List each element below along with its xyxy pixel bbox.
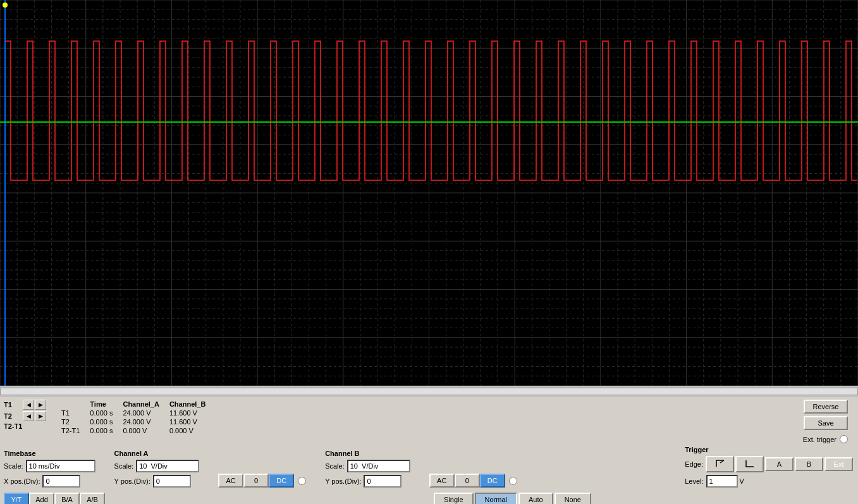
readout-t2-chb: 11.600 V [164,417,211,426]
channel-b-header: Channel B [325,450,407,457]
t2-row: T2 ◀ ▶ [4,411,47,421]
trigger-rising-btn[interactable] [706,456,734,472]
t2t1-row: T2-T1 [4,422,47,430]
col-chb: Channel_B [164,400,211,409]
channel-b-group: Channel B Scale: Y pos.(Div): [325,450,410,488]
ba-btn[interactable]: B/A [54,493,80,504]
cha-ac-btn[interactable]: AC [218,474,243,488]
trigger-group: Trigger Edge: A B Ext [685,446,854,488]
chb-ac-btn[interactable]: AC [429,474,455,488]
readout-t1-cha: 24.000 V [118,409,164,417]
readout-t2-cha: 24.000 V [118,417,164,426]
reverse-button[interactable]: Reverse [804,400,848,414]
col-cha: Channel_A [118,400,164,409]
channel-a-header: Channel A [114,450,196,457]
trigger-none-btn[interactable]: None [555,493,591,504]
cha-scale-input[interactable] [136,460,199,472]
readout-t1-label: T1 [56,409,85,417]
readout-t1-time: 0.000 s [85,409,118,417]
cha-scale-label: Scale: [114,462,134,470]
readout-t2-label: T2 [56,417,85,426]
cha-ypos-input[interactable] [153,475,191,488]
t1-left-btn[interactable]: ◀ [23,400,34,410]
timebase-scale-input[interactable] [26,460,95,472]
right-buttons: Reverse Save Ext. trigger [803,400,854,443]
trigger-chb-btn[interactable]: B [795,457,823,471]
chb-ypos-input[interactable] [364,475,401,488]
readout-table: Time Channel_A Channel_B T1 0.000 s 24.0… [56,400,211,435]
chb-ypos-label: Y pos.(Div): [325,477,361,485]
ext-trigger-row: Ext. trigger [803,435,848,443]
readout-t1-chb: 11.600 V [164,409,211,417]
chb-scale-row: Scale: [325,460,410,472]
trigger-auto-btn[interactable]: Auto [518,493,553,504]
col-time: Time [85,400,118,409]
scrollbar-area[interactable] [0,386,858,397]
readout-t2t1-time: 0.000 s [85,426,118,435]
save-button[interactable]: Save [804,416,848,430]
trigger-level-row: Level: V [685,475,854,488]
trigger-v-unit: V [740,477,744,485]
chb-coupling-group: AC 0 DC [429,474,517,488]
chb-scale-label: Scale: [325,462,345,470]
oscilloscope-display [0,0,858,386]
ab-btn[interactable]: A/B [80,493,105,504]
trigger-edge-row: Edge: A B Ext [685,456,854,472]
trigger-level-input[interactable] [706,475,738,488]
rising-edge-icon [715,459,725,468]
readout-t2t1-chb: 0.000 V [164,426,211,435]
t1-right-btn[interactable]: ▶ [35,400,46,410]
trigger-single-btn[interactable]: Single [434,493,474,504]
cha-0-btn[interactable]: 0 [243,474,269,488]
readout-t2t1-label: T2-T1 [56,426,85,435]
controls-bottom-row: Timebase Scale: X pos.(Div): Channel A S… [0,446,858,490]
trigger-level-label: Level: [685,477,703,485]
channel-a-group: Channel A Scale: Y pos.(Div): [114,450,200,488]
readout-t2: T2 0.000 s 24.000 V 11.600 V [56,417,211,426]
timebase-header: Timebase [4,450,92,457]
ext-trigger-label: Ext. trigger [803,436,837,443]
col-empty [56,400,85,409]
chb-ypos-row: Y pos.(Div): [325,475,410,488]
timebase-xpos-row: X pos.(Div): [4,475,95,488]
chb-scale-input[interactable] [347,460,410,472]
t1-label: T1 [4,401,23,409]
timebase-xpos-label: X pos.(Div): [4,477,40,485]
chb-0-btn[interactable]: 0 [455,474,480,488]
timebase-scale-row: Scale: [4,460,95,472]
t2-right-btn[interactable]: ▶ [35,411,46,421]
ext-trigger-radio[interactable] [840,435,848,443]
trigger-ext-btn[interactable]: Ext [824,457,853,471]
timebase-xpos-input[interactable] [42,475,80,488]
timebase-scale-label: Scale: [4,462,23,470]
scrollbar-track[interactable] [0,388,858,395]
cha-dc-btn[interactable]: DC [269,474,294,488]
falling-edge-icon [745,459,755,468]
timebase-group: Timebase Scale: X pos.(Div): [4,450,95,488]
chb-coupling-radio[interactable] [509,477,517,485]
trigger-cha-btn[interactable]: A [765,457,794,471]
cha-coupling-group: AC 0 DC [218,474,306,488]
readout-header: Time Channel_A Channel_B [56,400,211,409]
trigger-edge-label: Edge: [685,460,703,468]
trigger-header: Trigger [685,446,850,453]
t2-label: T2 [4,412,23,420]
cha-ypos-row: Y pos.(Div): [114,475,200,488]
mode-row: Y/T Add B/A A/B Single Normal Auto None [0,490,858,504]
top-controls: T1 ◀ ▶ T2 ◀ ▶ T2-T1 Time Channel_A Chann… [0,397,858,446]
marker-section: T1 ◀ ▶ T2 ◀ ▶ T2-T1 [4,400,47,431]
t2t1-label: T2-T1 [4,422,23,430]
cha-scale-row: Scale: [114,460,200,472]
t2-left-btn[interactable]: ◀ [23,411,34,421]
trigger-mode-group: Single Normal Auto None [434,493,592,504]
cha-coupling-radio[interactable] [298,477,306,485]
chb-dc-btn[interactable]: DC [480,474,505,488]
readout-t2t1: T2-T1 0.000 s 0.000 V 0.000 V [56,426,211,435]
controls-panel: T1 ◀ ▶ T2 ◀ ▶ T2-T1 Time Channel_A Chann… [0,397,858,504]
trigger-falling-btn[interactable] [735,456,764,472]
readout-data: Time Channel_A Channel_B T1 0.000 s 24.0… [56,400,211,435]
yt-btn[interactable]: Y/T [4,493,29,504]
trigger-normal-btn[interactable]: Normal [475,493,517,504]
scope-canvas [0,0,858,386]
add-btn[interactable]: Add [29,493,54,504]
